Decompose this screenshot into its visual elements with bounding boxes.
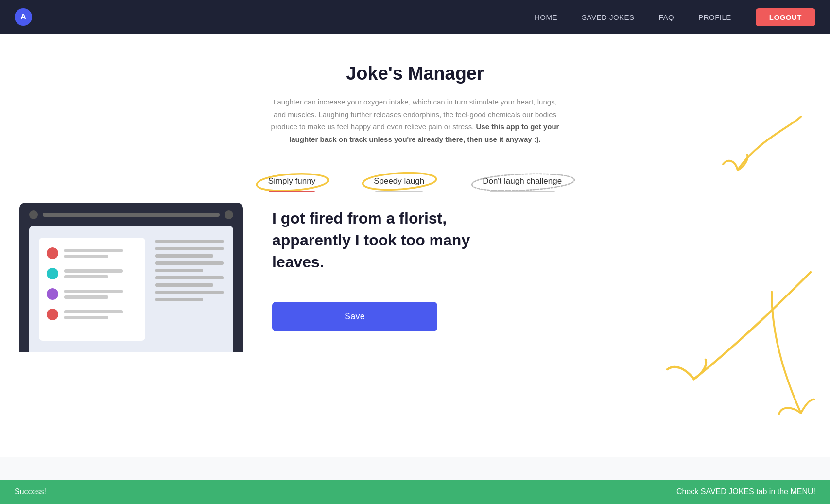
- list-item: [47, 288, 138, 300]
- nav-home[interactable]: HOME: [535, 13, 557, 21]
- navbar: A HOME SAVED JOKES FAQ PROFILE LOGOUT: [0, 0, 830, 34]
- illus-circle-purple: [47, 288, 58, 300]
- tab-speedy-laugh-underline: [375, 191, 423, 192]
- tab-dont-laugh[interactable]: Don't laugh challenge: [468, 170, 576, 193]
- logout-button[interactable]: LOGOUT: [756, 8, 815, 26]
- list-item: [47, 247, 138, 259]
- illus-body: [29, 226, 233, 352]
- illus-dot-right: [225, 210, 233, 219]
- illustration: [19, 203, 243, 352]
- illus-right-panel: [155, 238, 224, 341]
- list-item: [47, 268, 138, 279]
- save-button[interactable]: Save: [272, 302, 437, 331]
- tab-speedy-laugh[interactable]: Speedy laugh: [359, 170, 439, 193]
- main-content: Joke's Manager Laughter can increase you…: [0, 34, 830, 457]
- logo[interactable]: A: [15, 8, 32, 26]
- illus-circle-red: [47, 247, 58, 259]
- tab-simply-funny[interactable]: Simply funny: [254, 170, 330, 193]
- illus-lines: [64, 310, 138, 319]
- illus-title-line: [43, 213, 220, 217]
- tab-simply-funny-underline: [269, 191, 314, 192]
- page-title: Joke's Manager: [269, 63, 561, 84]
- joke-area: I got fired from a florist, apparently I…: [272, 203, 811, 331]
- hero-description: Laughter can increase your oxygen intake…: [269, 96, 561, 145]
- illus-titlebar: [29, 210, 233, 219]
- tabs-section: Simply funny Speedy laugh Don't laugh ch…: [19, 170, 811, 193]
- illus-circle-teal: [47, 268, 58, 279]
- statusbar: Success! Check SAVED JOKES tab in the ME…: [0, 480, 830, 504]
- illus-window: [19, 203, 243, 352]
- illus-left-panel: [39, 238, 145, 341]
- hero-section: Joke's Manager Laughter can increase you…: [269, 63, 561, 145]
- illus-lines: [64, 290, 138, 299]
- nav-links: HOME SAVED JOKES FAQ PROFILE LOGOUT: [535, 8, 815, 26]
- illus-circle-red2: [47, 309, 58, 320]
- nav-profile[interactable]: PROFILE: [698, 13, 731, 21]
- illus-lines: [64, 269, 138, 278]
- nav-saved-jokes[interactable]: SAVED JOKES: [582, 13, 635, 21]
- tab-dont-laugh-underline: [490, 191, 555, 192]
- nav-faq[interactable]: FAQ: [659, 13, 674, 21]
- list-item: [47, 309, 138, 320]
- status-right: Check SAVED JOKES tab in the MENU!: [676, 487, 815, 496]
- illus-dot-left: [29, 210, 38, 219]
- status-left: Success!: [15, 487, 46, 496]
- joke-text: I got fired from a florist, apparently I…: [272, 208, 491, 273]
- illus-lines: [64, 249, 138, 258]
- content-area: I got fired from a florist, apparently I…: [19, 203, 811, 382]
